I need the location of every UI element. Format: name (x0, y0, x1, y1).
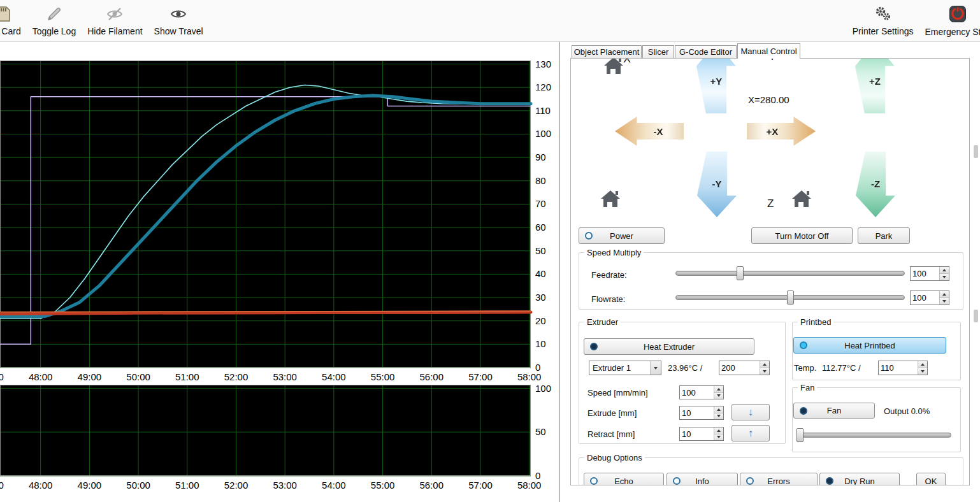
jog-minus-x-button[interactable]: -X (615, 117, 684, 146)
spin-up-button[interactable] (940, 291, 949, 298)
heat-extruder-label: Heat Extruder (644, 342, 695, 352)
extruder-speed-stepper[interactable] (679, 385, 724, 399)
jog-plus-x-label: +X (749, 126, 795, 137)
svg-text:130: 130 (535, 61, 551, 69)
extruder-speed-input[interactable] (680, 386, 714, 399)
ok-button[interactable]: OK (916, 473, 946, 485)
triangle-up-icon (763, 363, 767, 366)
bed-target-stepper[interactable] (878, 361, 928, 375)
feedrate-stepper[interactable] (910, 266, 949, 281)
repetier-host-window: { "toolbar": { "items": [ {"label": "SD … (0, 0, 980, 502)
debug-options-title: Debug Options (584, 453, 645, 463)
chevron-down-icon[interactable] (650, 361, 661, 375)
fan-slider-thumb[interactable] (796, 428, 803, 442)
tab-slicer[interactable]: Slicer (642, 45, 674, 58)
jog-plus-z-button[interactable]: +Z (855, 58, 895, 113)
triangle-up-icon (717, 408, 721, 411)
svg-text:20: 20 (535, 315, 546, 326)
tab-object-placement[interactable]: Object Placement (572, 45, 642, 58)
toggle-log-button[interactable]: Toggle Log (27, 6, 82, 36)
home-button-z[interactable] (791, 189, 812, 211)
fan-group-title: Fan (798, 383, 817, 392)
feedrate-slider-track[interactable] (675, 271, 905, 276)
retract-button[interactable]: ↑ (731, 425, 770, 441)
spin-down-button[interactable] (714, 434, 723, 441)
emergency-stop-button[interactable]: Emergency Stop (919, 5, 980, 37)
fan-group: Fan (792, 387, 961, 452)
home-button-top-left[interactable] (603, 58, 624, 78)
power-button[interactable]: Power (579, 227, 665, 244)
jog-minus-y-button[interactable]: -Y (697, 152, 737, 217)
home-button-bottom-left[interactable] (600, 189, 621, 211)
home-icon (600, 189, 621, 208)
sd-card-icon (0, 6, 12, 24)
home-icon (791, 189, 812, 208)
jog-plus-x-button[interactable]: +X (747, 117, 816, 146)
spin-down-button[interactable] (714, 392, 723, 399)
extrude-button[interactable]: ↓ (731, 404, 770, 420)
triangle-up-icon (942, 269, 946, 271)
extruder-target-input[interactable] (719, 361, 760, 375)
spin-up-button[interactable] (940, 267, 949, 273)
turn-motor-off-button[interactable]: Turn Motor Off (751, 227, 853, 244)
extruder-target-stepper[interactable] (719, 361, 770, 375)
spin-up-button[interactable] (714, 406, 723, 413)
heat-printbed-button[interactable]: Heat Printbed (793, 337, 946, 354)
spin-up-button[interactable] (714, 386, 723, 392)
retract-length-input[interactable] (680, 427, 714, 440)
fan-slider-track[interactable] (796, 433, 951, 438)
svg-text:10: 10 (535, 338, 546, 349)
extruder-select[interactable]: Extruder 1 (589, 361, 661, 375)
fan-button[interactable]: Fan (793, 403, 875, 419)
printer-settings-button[interactable]: Printer Settings (847, 6, 919, 36)
sd-card-button[interactable]: SD Card (0, 6, 27, 36)
tab-gcode-editor[interactable]: G-Code Editor (675, 45, 737, 58)
heat-extruder-button[interactable]: Heat Extruder (584, 338, 754, 355)
svg-text:47:00: 47:00 (0, 480, 4, 491)
extruder-speed-label: Speed [mm/min] (587, 388, 648, 398)
extrude-length-stepper[interactable] (679, 406, 724, 420)
spin-up-button[interactable] (760, 361, 769, 368)
tab-manual-control[interactable]: Manual Control (737, 43, 800, 59)
temperature-history-chart: 010203040506070809010011012013047:0048:0… (0, 61, 559, 387)
spin-up-button[interactable] (714, 427, 723, 434)
retract-length-stepper[interactable] (679, 427, 724, 441)
feedrate-input[interactable] (911, 267, 939, 280)
feedrate-slider-thumb[interactable] (737, 266, 744, 280)
debug-info-button[interactable]: Info (667, 473, 738, 485)
jog-plus-y-button[interactable]: +Y (696, 58, 736, 113)
jog-plus-z-label: +Z (855, 76, 895, 87)
splitter-handle[interactable] (974, 145, 978, 158)
spin-down-button[interactable] (760, 368, 769, 375)
spin-down-button[interactable] (918, 368, 927, 375)
show-travel-button[interactable]: Show Travel (148, 6, 209, 36)
hide-filament-button[interactable]: Hide Filament (82, 6, 148, 36)
bed-target-input[interactable] (879, 361, 918, 375)
temperature-chart-panel: 010203040506070809010011012013047:0048:0… (0, 42, 559, 502)
debug-dry-run-button[interactable]: Dry Run (819, 473, 900, 485)
spin-up-button[interactable] (918, 361, 927, 368)
jog-minus-z-button[interactable]: -Z (856, 152, 895, 217)
svg-text:30: 30 (535, 292, 546, 303)
jog-plus-y-label: +Y (696, 76, 736, 87)
flowrate-slider-thumb[interactable] (787, 290, 794, 305)
flowrate-slider[interactable] (675, 290, 905, 305)
splitter-handle[interactable] (974, 310, 978, 322)
spin-down-button[interactable] (714, 413, 723, 420)
bed-temp-label: Temp. (794, 363, 816, 373)
fan-slider[interactable] (796, 428, 951, 442)
triangle-down-icon (717, 436, 721, 438)
debug-errors-label: Errors (767, 477, 789, 486)
spin-down-button[interactable] (940, 273, 949, 280)
heat-printbed-label: Heat Printbed (844, 341, 895, 350)
feedrate-slider[interactable] (675, 266, 905, 280)
svg-text:120: 120 (535, 82, 551, 92)
park-button[interactable]: Park (858, 227, 910, 244)
extrude-length-input[interactable] (680, 406, 714, 419)
flowrate-stepper[interactable] (910, 290, 949, 305)
flowrate-input[interactable] (911, 291, 939, 305)
debug-errors-button[interactable]: Errors (740, 473, 818, 485)
svg-text:110: 110 (535, 105, 551, 116)
spin-down-button[interactable] (940, 298, 949, 305)
debug-echo-button[interactable]: Echo (584, 473, 664, 485)
